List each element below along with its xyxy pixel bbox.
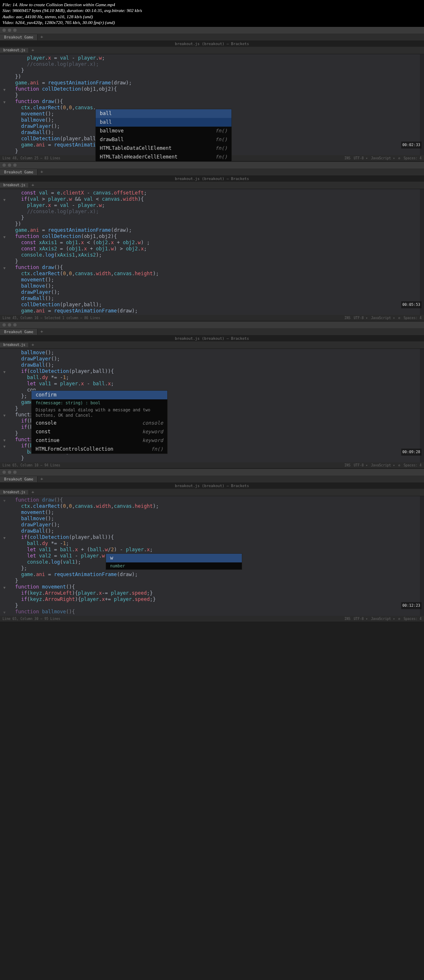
autocomplete-item[interactable]: HTMLTableDataCellElement fn() — [96, 144, 231, 153]
code-line[interactable]: ball.dy *= -1; — [9, 375, 424, 381]
project-tab[interactable]: Breakout Game — [0, 169, 38, 175]
code-line[interactable]: const val = e.clientX - canvas.offsetLef… — [9, 190, 424, 196]
code-editor[interactable]: ▼ function draw(){ ctx.clearRect(0,0,can… — [0, 496, 424, 616]
code-line[interactable]: ▼ function ballmove(){ — [9, 609, 424, 615]
code-line[interactable]: console.log(xAxis1,xAxis2); — [9, 252, 424, 258]
autocomplete-popup[interactable]: confirmfn(message: string) : boolDisplay… — [31, 390, 168, 454]
code-line[interactable]: drawPlayer(); — [9, 289, 424, 295]
status-item[interactable]: UTF-8 ▾ — [354, 464, 368, 467]
code-line[interactable]: } — [9, 603, 424, 609]
status-item[interactable]: Spaces: 4 — [404, 464, 422, 467]
project-tab[interactable]: Breakout Game — [0, 329, 38, 335]
status-item[interactable]: JavaScript ▾ — [371, 617, 395, 621]
code-line[interactable]: } — [9, 455, 424, 461]
new-tab-button[interactable]: + — [38, 34, 46, 40]
code-line[interactable]: }) — [9, 221, 424, 227]
code-line[interactable]: game.ani = requestAnimationFrame(draw); — [9, 80, 424, 86]
new-tab-button[interactable]: + — [38, 476, 46, 482]
autocomplete-item[interactable]: ball — [96, 118, 231, 127]
fold-icon[interactable]: ▼ — [3, 265, 5, 271]
new-tab-button[interactable]: + — [38, 169, 46, 175]
new-tab-button[interactable]: + — [38, 329, 46, 334]
autocomplete-item[interactable]: HTMLTableHeaderCellElement fn() — [96, 153, 231, 161]
code-line[interactable]: game.ani = requestAnimationFrame(draw); — [9, 308, 424, 314]
autocomplete-popup[interactable]: wnumber — [106, 553, 242, 570]
status-item[interactable]: ⊘ — [398, 617, 400, 621]
code-line[interactable]: ▼ function movement(){ — [9, 584, 424, 590]
code-line[interactable]: drawBall(); — [9, 295, 424, 302]
close-icon[interactable] — [2, 163, 6, 167]
code-line[interactable]: ballmove(); — [9, 350, 424, 356]
autocomplete-item[interactable]: HTMLFormControlsCollection fn() — [31, 445, 167, 454]
code-line[interactable]: ballmove(); — [9, 283, 424, 289]
autocomplete-item[interactable]: ballmove fn() — [96, 127, 231, 135]
minimize-icon[interactable] — [8, 323, 11, 327]
minimize-icon[interactable] — [8, 163, 11, 167]
code-line[interactable]: } — [9, 67, 424, 74]
minimize-icon[interactable] — [8, 29, 11, 32]
code-line[interactable]: movement(); — [9, 277, 424, 283]
code-line[interactable]: } — [9, 258, 424, 264]
code-editor[interactable]: const val = e.clientX - canvas.offsetLef… — [0, 189, 424, 315]
close-icon[interactable] — [2, 29, 6, 32]
code-line[interactable]: ballmove(); — [9, 516, 424, 522]
project-tab[interactable]: Breakout Game — [0, 476, 38, 482]
status-item[interactable]: UTF-8 ▾ — [354, 156, 368, 160]
code-line[interactable]: ▼ if(collDetection(player,ball)){ — [9, 534, 424, 540]
code-line[interactable]: if(keyz.ArrowLeft){player.x-= player.spe… — [9, 590, 424, 596]
status-item[interactable]: INS — [344, 156, 350, 160]
autocomplete-item[interactable]: const keyword — [31, 428, 167, 436]
status-item[interactable]: UTF-8 ▾ — [354, 316, 368, 320]
scrollbar[interactable] — [420, 349, 424, 462]
status-item[interactable]: JavaScript ▾ — [371, 156, 395, 160]
code-line[interactable]: ▼ function draw(){ — [9, 497, 424, 503]
new-tab-button[interactable]: + — [29, 490, 37, 495]
code-line[interactable]: if(keyz.ArrowRight){player.x+= player.sp… — [9, 596, 424, 603]
autocomplete-popup[interactable]: ball ball ballmove fn() drawBall fn() HT… — [95, 109, 232, 162]
minimize-icon[interactable] — [8, 471, 11, 474]
code-line[interactable]: //console.log(player.x); — [9, 209, 424, 215]
status-item[interactable]: ⊘ — [398, 156, 400, 160]
fold-icon[interactable]: ▼ — [3, 197, 5, 203]
status-item[interactable]: INS — [344, 464, 350, 467]
code-line[interactable]: ▼ if(val > player.w && val < canvas.widt… — [9, 196, 424, 202]
status-item[interactable]: Spaces: 4 — [404, 316, 422, 320]
status-item[interactable]: INS — [344, 316, 350, 320]
maximize-icon[interactable] — [13, 29, 17, 32]
fold-icon[interactable]: ▼ — [3, 413, 5, 419]
maximize-icon[interactable] — [13, 471, 17, 474]
project-tab[interactable]: Breakout Game — [0, 34, 38, 40]
status-item[interactable]: INS — [344, 617, 350, 621]
code-line[interactable]: movement(); — [9, 509, 424, 516]
code-line[interactable]: ctx.clearRect(0,0,canvas.width,canvas.he… — [9, 503, 424, 509]
fold-icon[interactable]: ▼ — [3, 498, 5, 504]
code-editor[interactable]: player.x = val - player.w; //console.log… — [0, 54, 424, 155]
code-line[interactable]: player.x = val - player.w; — [9, 202, 424, 209]
code-line[interactable]: ctx.clearRect(0,0,canvas.width,canvas.he… — [9, 271, 424, 277]
code-line[interactable]: let val1 = player.x - ball.x; — [9, 381, 424, 387]
code-line[interactable]: collDetection(player,ball); — [9, 302, 424, 308]
status-item[interactable]: Spaces: 4 — [404, 156, 422, 160]
code-line[interactable]: ▼ function draw(){ — [9, 264, 424, 271]
file-tab[interactable]: breakout.js — [0, 183, 29, 187]
status-item[interactable]: UTF-8 ▾ — [354, 617, 368, 621]
fold-icon[interactable]: ▼ — [3, 535, 5, 541]
autocomplete-item[interactable]: drawBall fn() — [96, 135, 231, 144]
code-line[interactable]: ▼ function collDetection(obj1,obj2){ — [9, 86, 424, 92]
code-line[interactable]: game.ani = requestAnimationFrame(draw); — [9, 227, 424, 233]
new-tab-button[interactable]: + — [29, 183, 37, 188]
close-icon[interactable] — [2, 323, 6, 327]
close-icon[interactable] — [2, 471, 6, 474]
file-tab[interactable]: breakout.js — [0, 490, 29, 495]
status-item[interactable]: JavaScript ▾ — [371, 316, 395, 320]
code-line[interactable]: drawBall(); — [9, 528, 424, 534]
maximize-icon[interactable] — [13, 163, 17, 167]
code-line[interactable]: ▼ function collDetection(obj1,obj2){ — [9, 233, 424, 240]
code-editor[interactable]: ballmove(); drawPlayer(); drawBall();▼ i… — [0, 349, 424, 462]
scrollbar[interactable] — [420, 189, 424, 315]
fold-icon[interactable]: ▼ — [3, 610, 5, 616]
code-line[interactable]: const xAxis1 = obj1.x < (obj2.x + obj2.w… — [9, 240, 424, 246]
fold-icon[interactable]: ▼ — [3, 444, 5, 450]
code-line[interactable]: drawPlayer(); — [9, 356, 424, 362]
code-line[interactable]: } — [9, 578, 424, 584]
